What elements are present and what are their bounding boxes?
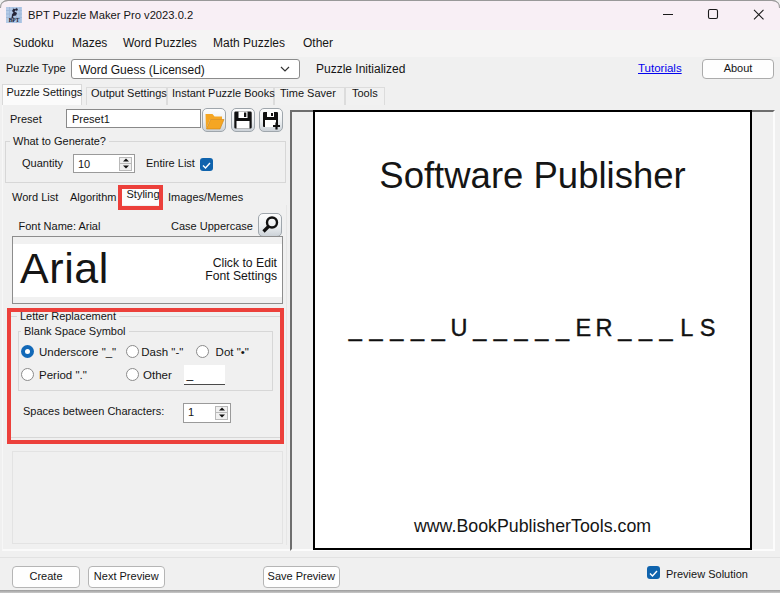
svg-text:BPT: BPT	[9, 17, 20, 23]
